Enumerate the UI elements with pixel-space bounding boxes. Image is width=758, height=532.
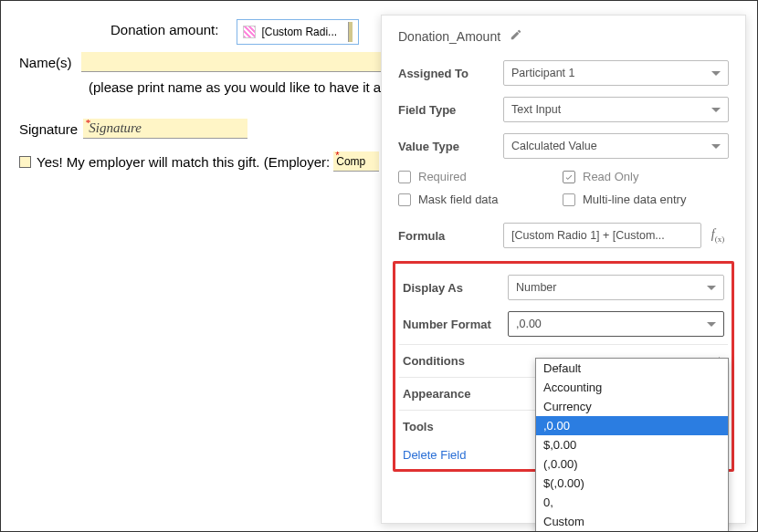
number-format-option[interactable]: (,0.00) bbox=[536, 454, 728, 474]
field-type-dropdown[interactable]: Text Input bbox=[503, 97, 729, 122]
value-type-label: Value Type bbox=[398, 140, 503, 153]
tools-label: Tools bbox=[403, 420, 434, 433]
yes-text: Yes! My employer will match this gift. (… bbox=[37, 154, 330, 170]
number-format-option[interactable]: 0, bbox=[536, 493, 728, 512]
mask-checkbox[interactable] bbox=[398, 193, 411, 206]
number-format-listbox[interactable]: DefaultAccountingCurrency,0.00$,0.00(,0.… bbox=[535, 358, 729, 532]
names-label: Name(s) bbox=[19, 52, 72, 70]
signature-placeholder: Signature bbox=[89, 120, 142, 136]
employer-placeholder: Comp bbox=[336, 155, 365, 168]
number-format-option[interactable]: ,0.00 bbox=[536, 416, 728, 435]
appearance-label: Appearance bbox=[403, 387, 470, 401]
field-chip-icon bbox=[243, 26, 256, 38]
mask-label: Mask field data bbox=[418, 193, 498, 206]
assigned-to-value: Participant 1 bbox=[511, 67, 574, 79]
signature-label: Signature bbox=[19, 119, 78, 137]
value-type-value: Calculated Value bbox=[511, 140, 597, 152]
conditions-label: Conditions bbox=[403, 354, 465, 368]
chevron-down-icon bbox=[711, 71, 721, 76]
field-properties-panel: Donation_Amount Assigned To Participant … bbox=[381, 15, 746, 524]
chevron-down-icon bbox=[711, 108, 721, 112]
number-format-option[interactable]: $,0.00 bbox=[536, 435, 728, 454]
number-format-option[interactable]: Accounting bbox=[536, 378, 728, 397]
yes-checkbox[interactable] bbox=[19, 156, 31, 168]
number-format-value: ,0.00 bbox=[516, 318, 542, 330]
field-chip-handle[interactable] bbox=[348, 22, 353, 42]
required-star-icon: * bbox=[85, 117, 90, 128]
assigned-to-dropdown[interactable]: Participant 1 bbox=[503, 60, 729, 86]
required-checkbox[interactable] bbox=[398, 171, 411, 183]
formula-input[interactable]: [Custom Radio 1] + [Custom... bbox=[503, 223, 701, 248]
display-as-label: Display As bbox=[403, 281, 508, 295]
formula-value: [Custom Radio 1] + [Custom... bbox=[511, 229, 665, 242]
number-format-option[interactable]: Custom bbox=[536, 512, 728, 531]
required-label: Required bbox=[418, 170, 467, 183]
chevron-down-icon bbox=[707, 286, 716, 290]
number-format-option[interactable]: Default bbox=[536, 359, 728, 378]
field-chip-text: [Custom Radi... bbox=[261, 26, 337, 38]
number-format-label: Number Format bbox=[403, 318, 508, 331]
fx-icon[interactable]: f(x) bbox=[707, 227, 729, 244]
readonly-checkbox[interactable] bbox=[563, 171, 575, 183]
employer-input[interactable]: * Comp bbox=[333, 151, 379, 172]
number-format-option[interactable]: $(,0.00) bbox=[536, 474, 728, 493]
multiline-label: Multi-line data entry bbox=[583, 193, 686, 206]
value-type-dropdown[interactable]: Calculated Value bbox=[503, 133, 729, 159]
field-type-label: Field Type bbox=[398, 103, 503, 117]
names-input[interactable] bbox=[81, 52, 383, 72]
chevron-down-icon bbox=[707, 322, 716, 327]
field-type-value: Text Input bbox=[511, 103, 561, 116]
edit-name-icon[interactable] bbox=[510, 28, 522, 44]
donation-amount-label: Donation amount: bbox=[111, 19, 218, 37]
formula-label: Formula bbox=[398, 229, 503, 243]
required-star-icon: * bbox=[335, 150, 339, 161]
readonly-label: Read Only bbox=[583, 170, 638, 183]
number-format-option[interactable]: Currency bbox=[536, 397, 728, 416]
selected-field-chip[interactable]: [Custom Radi... bbox=[237, 19, 359, 45]
chevron-down-icon bbox=[711, 144, 721, 149]
signature-input[interactable]: * Signature bbox=[83, 119, 247, 139]
display-as-dropdown[interactable]: Number bbox=[508, 275, 724, 300]
multiline-checkbox[interactable] bbox=[563, 193, 575, 206]
number-format-dropdown[interactable]: ,0.00 bbox=[508, 311, 724, 337]
panel-field-name: Donation_Amount bbox=[398, 29, 500, 44]
display-as-value: Number bbox=[516, 281, 556, 294]
assigned-to-label: Assigned To bbox=[398, 67, 503, 80]
